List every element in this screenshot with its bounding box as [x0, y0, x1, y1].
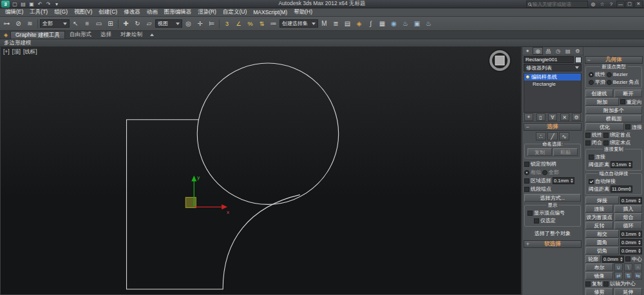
rollout-geometry-header[interactable]: − 几何体 [585, 56, 643, 64]
new-vertex-bezier-corner-radio[interactable]: Bezier 角点 [607, 79, 639, 86]
viewport-canvas[interactable]: y x [1, 47, 521, 294]
ribbon-tab[interactable]: 对象绘制 [116, 31, 147, 39]
tab-modify-icon[interactable]: ◎ [533, 47, 543, 55]
select-and-link-button[interactable]: ⊶ [1, 18, 12, 29]
attach-button[interactable]: 附加 [585, 98, 619, 106]
window-crossing-toggle-button[interactable]: ⊞ [105, 18, 116, 29]
select-by-button[interactable]: 选择方式... [524, 194, 581, 202]
ribbon-panel-bar[interactable]: 多边形建模 [0, 39, 644, 47]
spline-subobject-button[interactable]: ∿ [559, 132, 569, 140]
menu-item[interactable]: 视图(V) [71, 8, 95, 17]
fuse-button[interactable]: 熔合 [614, 213, 642, 221]
search-input[interactable] [533, 1, 586, 7]
bind-first-checkbox[interactable]: 绑定首点 [603, 131, 630, 138]
mirror-horizontal-icon-button[interactable]: ⇄ [614, 272, 623, 280]
new-vertex-smooth-radio[interactable]: 平滑 [589, 79, 605, 86]
viewport-top[interactable]: [+] [顶] [线框] y x [0, 47, 522, 295]
autoweld-threshold-spinner[interactable]: 11.0mm [611, 186, 632, 193]
render-production-button[interactable]: ♨ [423, 18, 434, 29]
menu-item[interactable]: 帮助(H) [290, 8, 316, 17]
unlink-selection-button[interactable]: ⊘ [13, 18, 24, 29]
new-vertex-linear-radio[interactable]: 线性 [589, 71, 605, 78]
modifier-stack-row[interactable]: Rectangle [524, 81, 581, 88]
extend-button[interactable]: 延伸 [614, 288, 642, 295]
rectangular-selection-region-button[interactable]: ▭ [93, 18, 104, 29]
keyboard-shortcut-override-button[interactable]: ⊨ [206, 18, 217, 29]
boolean-union-icon-button[interactable]: ∪ [614, 263, 623, 271]
chamfer-button[interactable]: 切角 [585, 247, 619, 254]
show-vertex-numbers-checkbox[interactable]: 显示顶点编号 [527, 209, 565, 216]
application-menu-button[interactable]: 3 [1, 1, 10, 8]
menu-item[interactable]: 编辑(E) [2, 8, 26, 17]
open-file-icon[interactable]: ▤ [19, 1, 27, 8]
selection-filter-combo[interactable]: 全部 [40, 19, 70, 28]
remove-modifier-button[interactable]: ✕ [560, 113, 569, 121]
tab-display-icon[interactable]: ▤ [564, 47, 573, 55]
boolean-intersect-icon-button[interactable]: ∩ [634, 263, 642, 271]
spinner-arrows-icon[interactable] [620, 257, 623, 262]
reverse-button[interactable]: 反转 [585, 222, 613, 229]
reorient-checkbox[interactable]: 重定向 [620, 99, 642, 106]
refine-button[interactable]: 优化 [585, 123, 624, 131]
menu-item[interactable]: 渲染(R) [194, 8, 220, 17]
use-pivot-point-center-button[interactable]: ◎ [183, 18, 194, 29]
boolean-button[interactable]: 布尔 [585, 263, 613, 271]
redo-icon[interactable]: ↷ [44, 1, 52, 8]
select-and-rotate-button[interactable]: ↻ [132, 18, 143, 29]
mirror-spline-button[interactable]: 镜像 [585, 272, 613, 280]
cross-insert-button[interactable]: 相交 [585, 230, 619, 238]
mirror-copy-checkbox[interactable]: 复制 [585, 280, 602, 287]
bind-to-space-warp-button[interactable]: ≋ [24, 18, 35, 29]
configure-modifier-sets-button[interactable]: ⚙ [572, 113, 581, 121]
reference-coordinate-combo[interactable]: 视图 [155, 19, 182, 28]
closed-checkbox[interactable]: 闭合 [585, 139, 602, 146]
paste-named-selection-button[interactable]: 粘贴 [553, 148, 578, 156]
mirror-button[interactable]: M [319, 18, 330, 29]
mirror-both-icon-button[interactable]: ⇆ [634, 272, 642, 280]
new-vertex-bezier-radio[interactable]: Bezier [607, 71, 628, 77]
snap-toggle-button[interactable]: 3 [222, 18, 232, 29]
undo-icon[interactable]: ↶ [36, 1, 44, 8]
align-button[interactable]: ≣ [330, 18, 341, 29]
menu-item[interactable]: 工具(T) [26, 8, 51, 17]
edit-named-selection-sets-button[interactable]: ≔ [268, 18, 279, 29]
menu-item[interactable]: 图形编辑器 [161, 8, 195, 17]
viewcube[interactable] [488, 49, 511, 72]
weld-threshold-spinner[interactable]: 0.1mm [620, 197, 642, 204]
lock-handles-checkbox[interactable]: 锁定控制柄 [524, 160, 556, 167]
connect-copy-threshold-spinner[interactable]: 0.1mm [611, 161, 632, 168]
cross-insert-spinner[interactable]: 0.1mm [620, 231, 642, 238]
spinner-arrows-icon[interactable] [638, 198, 641, 203]
named-selection-sets-combo[interactable]: 创建选择集 [279, 19, 318, 28]
cycle-button[interactable]: 循环 [614, 222, 642, 229]
chamfer-spinner[interactable]: 0.0mm [620, 247, 642, 254]
schematic-view-button[interactable]: ▦ [377, 18, 388, 29]
select-object-button[interactable]: ↖ [70, 18, 81, 29]
ribbon-tab[interactable]: 选择 [96, 31, 116, 39]
layer-manager-button[interactable]: ▤ [342, 18, 353, 29]
close-button[interactable]: ✕ [634, 1, 643, 8]
percent-snap-button[interactable]: % [245, 18, 256, 29]
graphite-icon[interactable]: ◈ [1, 31, 10, 39]
tab-motion-icon[interactable]: ◷ [554, 47, 563, 55]
menu-item[interactable]: 自定义(U) [220, 8, 250, 17]
segment-subobject-button[interactable]: ╱ [547, 132, 558, 140]
transform-gizmo[interactable]: y x [185, 175, 229, 215]
similar-radio[interactable]: 相似 [524, 169, 541, 176]
tab-utilities-icon[interactable]: ⚙ [573, 47, 582, 55]
automatic-welding-checkbox[interactable]: 自动焊接 [589, 178, 616, 185]
tab-create-icon[interactable]: ✶ [523, 47, 532, 55]
communication-center-icon[interactable]: ◍ [589, 1, 597, 8]
bind-last-checkbox[interactable]: 绑定末点 [603, 139, 630, 146]
help-icon[interactable]: ? [607, 1, 615, 8]
weld-button[interactable]: 焊接 [585, 196, 619, 204]
object-name-field[interactable]: Rectangle001 [524, 56, 574, 63]
tab-hierarchy-icon[interactable]: 品 [544, 47, 553, 55]
menu-item[interactable]: 修改器 [120, 8, 144, 17]
spinner-arrows-icon[interactable] [571, 178, 573, 183]
show-end-result-button[interactable]: ▯ [536, 113, 545, 121]
spinner-snap-button[interactable]: ⇅ [256, 18, 267, 29]
object-color-swatch[interactable] [575, 57, 582, 63]
new-scene-icon[interactable]: ▢ [11, 1, 19, 8]
select-by-name-button[interactable]: ≡ [82, 18, 93, 29]
